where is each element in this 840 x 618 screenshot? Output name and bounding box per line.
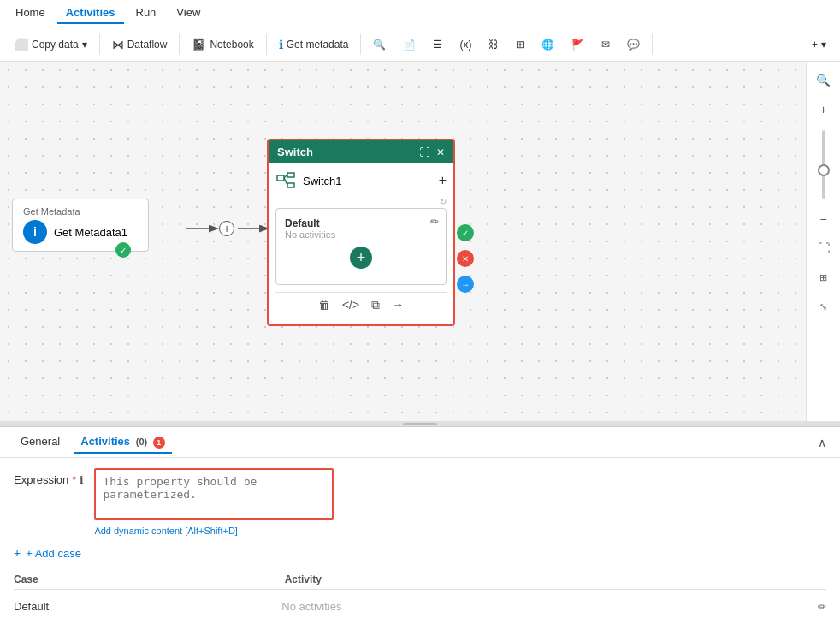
arrange-button[interactable]: ⊞	[812, 265, 836, 289]
add-activity-btn[interactable]: +	[350, 247, 372, 269]
copy-data-label: Copy data	[32, 39, 79, 51]
zoom-slider-track	[822, 130, 825, 199]
case-row-edit-icon[interactable]: ✏	[818, 601, 826, 613]
more-button[interactable]: + ▾	[805, 35, 833, 54]
case-edit-icon[interactable]: ✏	[430, 216, 439, 228]
expression-icon: (x)	[459, 39, 471, 51]
canvas[interactable]: Get Metadata i Get Metadata1 ✓ + Switch …	[0, 62, 840, 421]
case-value: Default	[14, 600, 281, 613]
toolbar-divider-5	[652, 34, 653, 55]
outlook-button[interactable]: ✉	[595, 35, 617, 54]
success-badge: ✓	[115, 242, 131, 258]
add-case-row[interactable]: + + Add case	[14, 546, 826, 560]
zoom-in-button[interactable]: +	[812, 98, 836, 122]
search-toolbar-button[interactable]: 🔍	[366, 35, 393, 54]
menu-run[interactable]: Run	[127, 3, 165, 24]
zoom-slider-thumb[interactable]	[818, 164, 830, 176]
switch-container[interactable]: Switch ⛶ ✕	[267, 139, 455, 326]
add-case-plus[interactable]: +	[439, 173, 447, 188]
copy-data-dropdown-icon: ▾	[82, 39, 87, 51]
var-icon: ⊞	[516, 39, 524, 51]
lines-icon: ☰	[433, 39, 442, 51]
svg-rect-4	[287, 183, 294, 187]
search-canvas-button[interactable]: 🔍	[812, 68, 836, 92]
expression-label: Expression * ℹ	[14, 468, 84, 486]
bottom-tabs: General Activities (0) 1 ∧	[0, 427, 840, 458]
table-row: Default No activities ✏	[14, 597, 826, 616]
col-header-case: Case	[14, 573, 285, 585]
dataflow-button[interactable]: ⋈ Dataflow	[105, 34, 175, 55]
add-case-label: + Add case	[26, 547, 81, 560]
get-metadata-button[interactable]: ℹ Get metadata	[272, 34, 356, 55]
zoom-out-button[interactable]: −	[812, 207, 836, 231]
plus-connector[interactable]: +	[219, 221, 234, 236]
toolbar-divider-4	[360, 34, 361, 55]
menu-activities[interactable]: Activities	[57, 3, 124, 24]
get-metadata-label: Get metadata	[287, 39, 349, 51]
tab-activities[interactable]: Activities (0) 1	[74, 431, 172, 454]
connect-button[interactable]: ⛓	[482, 35, 506, 54]
get-metadata-node[interactable]: Get Metadata i Get Metadata1 ✓	[12, 199, 149, 252]
snippets-button[interactable]: 📄	[396, 35, 423, 54]
expression-row: Expression * ℹ Add dynamic content [Alt+…	[14, 468, 826, 536]
globe-button[interactable]: 🌐	[535, 35, 561, 54]
get-metadata-icon: ℹ	[279, 38, 283, 51]
more-icon: +	[812, 39, 818, 51]
col-header-activity: Activity	[285, 573, 826, 585]
delete-switch-icon[interactable]: 🗑	[318, 298, 330, 312]
tab-general[interactable]: General	[14, 431, 67, 453]
flag-button[interactable]: 🚩	[565, 35, 591, 54]
tab-activities-label: Activities	[80, 435, 130, 448]
bottom-panel: General Activities (0) 1 ∧ Expression * …	[0, 426, 840, 618]
case-table-header: Case Activity	[14, 570, 826, 590]
default-case-label: Default	[285, 217, 437, 229]
switch-header: Switch ⛶ ✕	[269, 140, 453, 163]
dataflow-icon: ⋈	[112, 38, 124, 51]
outlook-icon: ✉	[601, 39, 610, 51]
copy-switch-icon[interactable]: ⧉	[371, 298, 380, 312]
collapse-all-button[interactable]: ⤡	[812, 294, 836, 318]
success-connector[interactable]: ✓	[457, 224, 474, 241]
flag-icon: 🚩	[571, 39, 584, 51]
collapse-panel-button[interactable]: ∧	[818, 436, 826, 449]
resize-handle-indicator	[403, 423, 437, 425]
svg-line-6	[284, 178, 287, 185]
notebook-icon: 📓	[192, 38, 206, 51]
snippets-icon: 📄	[403, 39, 416, 51]
copy-data-button[interactable]: ⬜ Copy data ▾	[7, 34, 94, 55]
code-switch-icon[interactable]: </>	[342, 298, 359, 312]
expression-control: Add dynamic content [Alt+Shift+D]	[94, 468, 826, 536]
go-switch-icon[interactable]: →	[392, 298, 404, 312]
menu-home[interactable]: Home	[7, 3, 54, 24]
notebook-button[interactable]: 📓 Notebook	[185, 34, 260, 55]
toolbar-divider-2	[179, 34, 180, 55]
connect-icon: ⛓	[488, 39, 499, 51]
fail-connector[interactable]: ✕	[457, 250, 474, 267]
switch-bottom-toolbar: 🗑 </> ⧉ →	[275, 292, 447, 318]
var-button[interactable]: ⊞	[509, 35, 531, 54]
switch-title: Switch	[277, 146, 313, 158]
expression-textarea[interactable]	[94, 468, 334, 520]
switch-activity-icon	[275, 170, 296, 191]
node-title: Get Metadata	[23, 206, 138, 217]
switch-header-icons: ⛶ ✕	[419, 146, 445, 158]
lines-button[interactable]: ☰	[426, 35, 449, 54]
no-activities-label: No activities	[285, 229, 437, 240]
search-toolbar-icon: 🔍	[373, 39, 386, 51]
completion-connector[interactable]: →	[457, 276, 474, 293]
case-activity-value: No activities	[281, 600, 818, 613]
switch-instance-label: Switch1	[303, 175, 342, 187]
expression-hint: Add dynamic content [Alt+Shift+D]	[94, 526, 826, 536]
expand-switch-icon[interactable]: ⛶	[419, 146, 429, 158]
activities-badge: 1	[153, 437, 165, 449]
expression-button[interactable]: (x)	[453, 35, 478, 54]
required-star: *	[72, 473, 76, 486]
fit-view-button[interactable]: ⛶	[812, 236, 836, 260]
close-switch-icon[interactable]: ✕	[436, 146, 445, 158]
switch-row: Switch1 +	[275, 170, 447, 191]
menu-view[interactable]: View	[168, 3, 209, 24]
default-case-box[interactable]: Default No activities ✏ +	[275, 208, 447, 285]
expression-info-icon[interactable]: ℹ	[80, 474, 84, 486]
node-body: i Get Metadata1	[23, 220, 138, 244]
teams-button[interactable]: 💬	[620, 35, 647, 54]
